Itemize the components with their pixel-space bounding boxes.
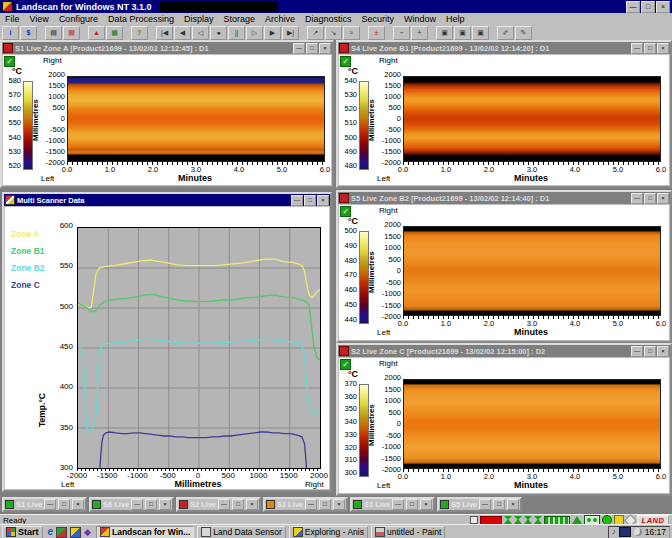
edit-icon[interactable]: ✐ bbox=[497, 26, 514, 40]
menu-item-diagnostics[interactable]: Diagnostics bbox=[300, 14, 357, 24]
maximize-icon[interactable] bbox=[58, 499, 70, 510]
menu-item-archive[interactable]: Archive bbox=[260, 14, 300, 24]
close-icon[interactable] bbox=[657, 193, 669, 204]
close-icon[interactable] bbox=[333, 499, 345, 510]
alarm-icon[interactable]: ▲ bbox=[88, 26, 105, 40]
print-alarm-icon[interactable]: ▤ bbox=[63, 26, 80, 40]
profile-icon[interactable]: ≈ bbox=[343, 26, 360, 40]
quick-launch-icon[interactable]: ◆ bbox=[84, 528, 91, 537]
maximize-icon[interactable] bbox=[406, 499, 418, 510]
maximize-icon[interactable] bbox=[493, 499, 505, 510]
window-titlebar[interactable]: S5 Live Zone B2 [Product21699 - 13/02/02… bbox=[338, 192, 670, 204]
task-button-0[interactable]: Landscan for Win... bbox=[96, 526, 194, 538]
currency-icon[interactable]: $ bbox=[20, 26, 37, 40]
task-button-1[interactable]: Land Data Sensor bbox=[197, 526, 286, 538]
quick-launch-icon[interactable] bbox=[56, 527, 67, 538]
close-icon[interactable] bbox=[657, 43, 669, 54]
menu-item-configure[interactable]: Configure bbox=[54, 14, 103, 24]
trend-down-icon[interactable]: ↘ bbox=[325, 26, 342, 40]
minimize-icon[interactable] bbox=[631, 193, 643, 204]
internet-explorer-icon[interactable]: e bbox=[48, 527, 54, 537]
maximize-icon[interactable] bbox=[644, 43, 656, 54]
go-start-icon[interactable]: |◀ bbox=[156, 26, 173, 40]
power-icon[interactable] bbox=[634, 528, 642, 536]
minimize-icon[interactable] bbox=[392, 499, 404, 510]
maximize-icon[interactable] bbox=[319, 499, 331, 510]
menu-item-view[interactable]: View bbox=[25, 14, 54, 24]
minimized-window[interactable]: S6 Live Z... bbox=[89, 497, 174, 512]
zoom-out-icon[interactable]: − bbox=[393, 26, 410, 40]
window-titlebar[interactable]: S4 Live Zone B1 [Product21699 - 13/02/02… bbox=[338, 42, 670, 54]
minimize-icon[interactable] bbox=[626, 1, 640, 13]
window-icon bbox=[92, 500, 101, 509]
go-end-icon[interactable]: ▶| bbox=[282, 26, 299, 40]
copy-icon[interactable]: ▣ bbox=[454, 26, 471, 40]
maximize-icon[interactable] bbox=[644, 346, 656, 357]
task-button-3[interactable]: untitled - Paint bbox=[371, 526, 445, 538]
maximize-icon[interactable] bbox=[232, 499, 244, 510]
help-icon[interactable]: ? bbox=[131, 26, 148, 40]
window-titlebar[interactable]: S1 Live Zone A [Product21699 - 13/02/02 … bbox=[2, 42, 332, 54]
close-icon[interactable] bbox=[159, 499, 171, 510]
trend-up-icon[interactable]: ↗ bbox=[307, 26, 324, 40]
minimize-icon[interactable] bbox=[631, 43, 643, 54]
time-axis-title: Minutes bbox=[403, 173, 659, 183]
annotate-icon[interactable]: ✎ bbox=[515, 26, 532, 40]
maximize-icon[interactable] bbox=[145, 499, 157, 510]
info-icon[interactable]: i bbox=[2, 26, 19, 40]
maximize-icon[interactable] bbox=[304, 195, 316, 206]
maximize-icon[interactable] bbox=[644, 193, 656, 204]
crosshair-icon[interactable]: ± bbox=[368, 26, 385, 40]
menu-item-security[interactable]: Security bbox=[357, 14, 400, 24]
clock[interactable]: 16:17 bbox=[645, 527, 666, 537]
window-titlebar[interactable]: Multi Scanner Data bbox=[4, 194, 330, 206]
palette-grid-icon[interactable]: ▦ bbox=[106, 26, 123, 40]
window-titlebar[interactable]: S2 Live Zone C [Product21699 - 13/02/02 … bbox=[338, 345, 670, 357]
minimized-window[interactable]: S5 Live Z... bbox=[437, 497, 522, 512]
close-icon[interactable] bbox=[420, 499, 432, 510]
menu-item-data-processing[interactable]: Data Processing bbox=[103, 14, 179, 24]
menu-item-window[interactable]: Window bbox=[399, 14, 441, 24]
save-icon[interactable]: ▣ bbox=[436, 26, 453, 40]
step-forward-icon[interactable]: ▷ bbox=[246, 26, 263, 40]
export-icon[interactable]: ▣ bbox=[472, 26, 489, 40]
print-icon[interactable]: ▤ bbox=[45, 26, 62, 40]
close-icon[interactable] bbox=[246, 499, 258, 510]
menu-item-help[interactable]: Help bbox=[441, 14, 470, 24]
fast-back-icon[interactable]: ◀ bbox=[174, 26, 191, 40]
minimize-icon[interactable] bbox=[293, 43, 305, 54]
app-titlebar[interactable]: Landscan for Windows NT 3.1.0 bbox=[0, 0, 672, 13]
zoom-in-icon[interactable]: + bbox=[411, 26, 428, 40]
close-icon[interactable] bbox=[317, 195, 329, 206]
pause-icon[interactable]: || bbox=[228, 26, 245, 40]
minimize-icon[interactable] bbox=[218, 499, 230, 510]
menu-item-storage[interactable]: Storage bbox=[218, 14, 260, 24]
minimize-icon[interactable] bbox=[631, 346, 643, 357]
record-icon[interactable]: ● bbox=[210, 26, 227, 40]
display-icon[interactable] bbox=[619, 527, 631, 537]
close-icon[interactable] bbox=[507, 499, 519, 510]
minimized-window[interactable]: S1 Live Z... bbox=[350, 497, 435, 512]
play-icon[interactable]: ▶ bbox=[264, 26, 281, 40]
maximize-icon[interactable] bbox=[306, 43, 318, 54]
menu-item-display[interactable]: Display bbox=[179, 14, 219, 24]
maximize-icon[interactable] bbox=[641, 1, 655, 13]
menu-item-file[interactable]: File bbox=[0, 14, 25, 24]
volume-icon[interactable]: ♪ bbox=[612, 528, 616, 536]
minimize-icon[interactable] bbox=[131, 499, 143, 510]
close-icon[interactable] bbox=[656, 1, 670, 13]
minimize-icon[interactable] bbox=[291, 195, 303, 206]
step-back-icon[interactable]: ◁ bbox=[192, 26, 209, 40]
minimize-icon[interactable] bbox=[305, 499, 317, 510]
minimize-icon[interactable] bbox=[479, 499, 491, 510]
task-button-2[interactable]: Exploring - Anis bbox=[289, 526, 368, 538]
close-icon[interactable] bbox=[72, 499, 84, 510]
minimized-window[interactable]: S1 Live Z... bbox=[263, 497, 348, 512]
quick-launch-icon[interactable] bbox=[70, 527, 81, 538]
start-button[interactable]: Start bbox=[2, 526, 43, 538]
minimized-window[interactable]: S2 Live Z... bbox=[176, 497, 261, 512]
close-icon[interactable] bbox=[319, 43, 331, 54]
minimize-icon[interactable] bbox=[44, 499, 56, 510]
close-icon[interactable] bbox=[657, 346, 669, 357]
minimized-window[interactable]: S1 Live Z... bbox=[2, 497, 87, 512]
